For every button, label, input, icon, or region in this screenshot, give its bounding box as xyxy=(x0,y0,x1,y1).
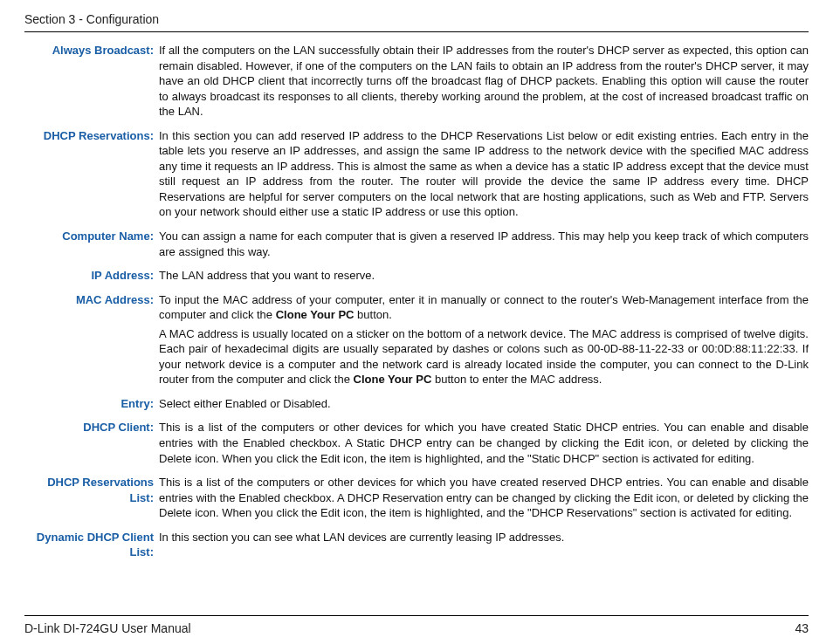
definition-description: If all the computers on the LAN successf… xyxy=(159,43,809,123)
definition-description: Select either Enabled or Disabled. xyxy=(159,396,809,415)
definition-entry: Always Broadcast:If all the computers on… xyxy=(24,43,809,123)
description-paragraph: In this section you can see what LAN dev… xyxy=(159,530,809,545)
definition-entry: DHCP Reservations List:This is a list of… xyxy=(24,475,809,524)
description-paragraph: The LAN address that you want to reserve… xyxy=(159,268,809,284)
description-paragraph: If all the computers on the LAN successf… xyxy=(159,43,809,120)
definition-term: Entry: xyxy=(24,396,159,412)
description-paragraph: In this section you can add reserved IP … xyxy=(159,128,809,220)
bold-text: Clone Your PC xyxy=(354,373,432,386)
definition-list: Always Broadcast:If all the computers on… xyxy=(24,43,809,615)
definition-description: You can assign a name for each computer … xyxy=(159,229,809,263)
description-paragraph: This is a list of the computers or other… xyxy=(159,420,809,466)
definition-term: DHCP Reservations List: xyxy=(24,475,159,505)
definition-entry: MAC Address:To input the MAC address of … xyxy=(24,292,809,391)
definition-description: In this section you can add reserved IP … xyxy=(159,128,809,223)
description-paragraph: This is a list of the computers or other… xyxy=(159,475,809,521)
definition-entry: Entry:Select either Enabled or Disabled. xyxy=(24,396,809,415)
text-run: button. xyxy=(355,308,392,321)
definition-term: IP Address: xyxy=(24,268,159,284)
definition-description: This is a list of the computers or other… xyxy=(159,475,809,524)
definition-description: To input the MAC address of your compute… xyxy=(159,292,809,391)
definition-term: DHCP Client: xyxy=(24,420,159,435)
definition-term: MAC Address: xyxy=(24,292,159,308)
definition-entry: Computer Name:You can assign a name for … xyxy=(24,229,809,263)
definition-entry: IP Address:The LAN address that you want… xyxy=(24,268,809,287)
definition-entry: DHCP Reservations:In this section you ca… xyxy=(24,128,809,223)
definition-description: The LAN address that you want to reserve… xyxy=(159,268,809,287)
definition-description: This is a list of the computers or other… xyxy=(159,420,809,469)
description-paragraph: A MAC address is usually located on a st… xyxy=(159,326,809,387)
section-header: Section 3 - Configuration xyxy=(24,12,809,32)
definition-description: In this section you can see what LAN dev… xyxy=(159,530,809,549)
definition-term: Dynamic DHCP Client List: xyxy=(24,530,159,560)
definition-term: Computer Name: xyxy=(24,229,159,244)
definition-term: DHCP Reservations: xyxy=(24,128,159,144)
text-run: To input the MAC address of your compute… xyxy=(159,293,809,322)
definition-term: Always Broadcast: xyxy=(24,43,159,58)
definition-entry: Dynamic DHCP Client List:In this section… xyxy=(24,530,809,560)
definition-entry: DHCP Client:This is a list of the comput… xyxy=(24,420,809,469)
description-paragraph: To input the MAC address of your compute… xyxy=(159,292,809,323)
page-footer: D-Link DI-724GU User Manual 43 xyxy=(24,615,809,635)
bold-text: Clone Your PC xyxy=(276,308,355,321)
text-run: button to enter the MAC address. xyxy=(431,373,602,386)
footer-manual-name: D-Link DI-724GU User Manual xyxy=(24,621,191,635)
footer-page-number: 43 xyxy=(795,621,809,635)
description-paragraph: Select either Enabled or Disabled. xyxy=(159,396,809,412)
description-paragraph: You can assign a name for each computer … xyxy=(159,229,809,259)
